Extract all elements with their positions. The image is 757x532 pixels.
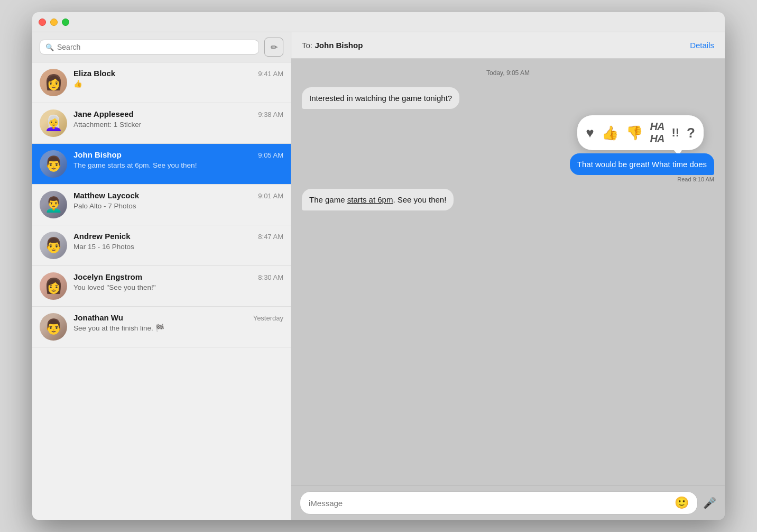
conversation-header: Jane Appleseed 9:38 AM: [73, 109, 283, 118]
sidebar-header: 🔍 ✏: [32, 32, 291, 62]
traffic-lights: [39, 19, 69, 26]
minimize-button[interactable]: [50, 19, 58, 26]
mic-button[interactable]: 🎤: [703, 497, 716, 509]
conversation-item[interactable]: 👨 John Bishop 9:05 AM The game starts at…: [32, 144, 291, 185]
conversation-item[interactable]: 👩‍🦳 Jane Appleseed 9:38 AM Attachment: 1…: [32, 103, 291, 144]
avatar: 👨: [40, 232, 67, 259]
message-row: Interested in watching the game tonight?: [302, 87, 714, 109]
avatar: 👩: [40, 69, 67, 96]
title-bar: [32, 12, 725, 32]
conversation-time: 8:47 AM: [258, 233, 283, 241]
underline-text: starts at 6pm: [347, 195, 393, 204]
conversation-time: 9:01 AM: [258, 192, 283, 200]
conversation-content: Andrew Penick 8:47 AM Mar 15 - 16 Photos: [73, 232, 283, 252]
app-window: 🔍 ✏ 👩 Eliza Block 9:41 AM 👍: [32, 12, 725, 520]
conversation-header: Eliza Block 9:41 AM: [73, 69, 283, 78]
conversation-preview: The game starts at 6pm. See you then!: [73, 161, 283, 171]
conversation-preview: Palo Alto - 7 Photos: [73, 201, 283, 212]
search-input[interactable]: [57, 43, 253, 51]
message-bubble: Interested in watching the game tonight?: [302, 87, 459, 109]
tapback-haha[interactable]: HAHA: [650, 121, 664, 145]
conversation-content: John Bishop 9:05 AM The game starts at 6…: [73, 150, 283, 171]
messages-area: Today, 9:05 AM Interested in watching th…: [291, 59, 725, 485]
tapback-question[interactable]: ?: [687, 125, 695, 141]
conversation-item[interactable]: 👩 Jocelyn Engstrom 8:30 AM You loved "Se…: [32, 266, 291, 307]
conversation-content: Matthew Laycock 9:01 AM Palo Alto - 7 Ph…: [73, 191, 283, 212]
tapback-popup: ♥ 👍 👎 HAHA !! ?: [577, 115, 704, 150]
close-button[interactable]: [39, 19, 46, 26]
conversation-header: Matthew Laycock 9:01 AM: [73, 191, 283, 200]
conversation-preview: Attachment: 1 Sticker: [73, 120, 283, 130]
conversation-time: 9:41 AM: [258, 70, 283, 78]
avatar: 👩‍🦳: [40, 109, 67, 137]
message-row-received-2: The game starts at 6pm. See you then!: [302, 189, 714, 210]
conversation-time: 9:05 AM: [258, 151, 283, 159]
conversation-item[interactable]: 👨 Andrew Penick 8:47 AM Mar 15 - 16 Phot…: [32, 225, 291, 266]
avatar: 👨: [40, 313, 67, 341]
conversation-item[interactable]: 👨 Jonathan Wu Yesterday See you at the f…: [32, 307, 291, 347]
conversation-preview: Mar 15 - 16 Photos: [73, 242, 283, 252]
conversation-name: Matthew Laycock: [73, 191, 139, 200]
conversation-name: John Bishop: [73, 150, 122, 159]
tapback-thumbsup[interactable]: 👍: [602, 125, 618, 141]
sidebar: 🔍 ✏ 👩 Eliza Block 9:41 AM 👍: [32, 32, 291, 520]
tapback-thumbsdown[interactable]: 👎: [626, 125, 643, 141]
conversation-item[interactable]: 👨‍🦱 Matthew Laycock 9:01 AM Palo Alto - …: [32, 185, 291, 225]
conversation-name: Jocelyn Engstrom: [73, 272, 142, 281]
message-input[interactable]: [309, 499, 675, 508]
chat-recipient-name: John Bishop: [315, 41, 363, 50]
app-body: 🔍 ✏ 👩 Eliza Block 9:41 AM 👍: [32, 32, 725, 520]
conversation-content: Jocelyn Engstrom 8:30 AM You loved "See …: [73, 272, 283, 293]
tapback-exclaim[interactable]: !!: [671, 126, 679, 140]
read-status: Read 9:10 AM: [677, 176, 714, 182]
conversation-header: Andrew Penick 8:47 AM: [73, 232, 283, 241]
avatar: 👨: [40, 150, 67, 178]
conversation-name: Eliza Block: [73, 69, 115, 78]
input-area: 🙂 🎤: [291, 485, 725, 520]
search-icon: 🔍: [45, 43, 54, 51]
conversation-time: 8:30 AM: [258, 273, 283, 281]
chat-recipient-row: To: John Bishop: [302, 41, 363, 50]
message-bubble-received-2: The game starts at 6pm. See you then!: [302, 189, 454, 210]
conversation-name: Andrew Penick: [73, 232, 131, 241]
maximize-button[interactable]: [62, 19, 69, 26]
conversation-header: Jocelyn Engstrom 8:30 AM: [73, 272, 283, 281]
conversation-preview: See you at the finish line. 🏁: [73, 324, 283, 334]
chat-header: To: John Bishop Details: [291, 32, 725, 59]
message-row-sent: ♥ 👍 👎 HAHA !! ? That would be great! Wha…: [302, 115, 714, 182]
conversation-preview: You loved "See you then!": [73, 283, 283, 293]
conversation-name: Jonathan Wu: [73, 313, 123, 322]
tapback-heart[interactable]: ♥: [586, 125, 594, 141]
conversation-content: Jane Appleseed 9:38 AM Attachment: 1 Sti…: [73, 109, 283, 130]
conversation-list: 👩 Eliza Block 9:41 AM 👍 👩‍🦳 Jane Applese…: [32, 62, 291, 520]
emoji-button[interactable]: 🙂: [675, 496, 689, 510]
avatar: 👨‍🦱: [40, 191, 67, 218]
conversation-item[interactable]: 👩 Eliza Block 9:41 AM 👍: [32, 62, 291, 103]
compose-button[interactable]: ✏: [264, 38, 283, 57]
compose-icon: ✏: [271, 42, 278, 52]
date-divider: Today, 9:05 AM: [302, 69, 714, 77]
chat-area: To: John Bishop Details Today, 9:05 AM I…: [291, 32, 725, 520]
avatar: 👩: [40, 272, 67, 300]
conversation-content: Eliza Block 9:41 AM 👍: [73, 69, 283, 89]
conversation-time: 9:38 AM: [258, 111, 283, 118]
search-bar[interactable]: 🔍: [40, 40, 259, 54]
details-button[interactable]: Details: [690, 41, 714, 50]
conversation-content: Jonathan Wu Yesterday See you at the fin…: [73, 313, 283, 334]
message-bubble-sent: That would be great! What time does: [570, 153, 714, 175]
to-label: To:: [302, 41, 312, 50]
message-input-wrap[interactable]: 🙂: [300, 491, 698, 515]
conversation-name: Jane Appleseed: [73, 109, 134, 118]
conversation-header: Jonathan Wu Yesterday: [73, 313, 283, 322]
conversation-time: Yesterday: [253, 314, 283, 322]
conversation-header: John Bishop 9:05 AM: [73, 150, 283, 159]
conversation-preview: 👍: [73, 79, 283, 89]
